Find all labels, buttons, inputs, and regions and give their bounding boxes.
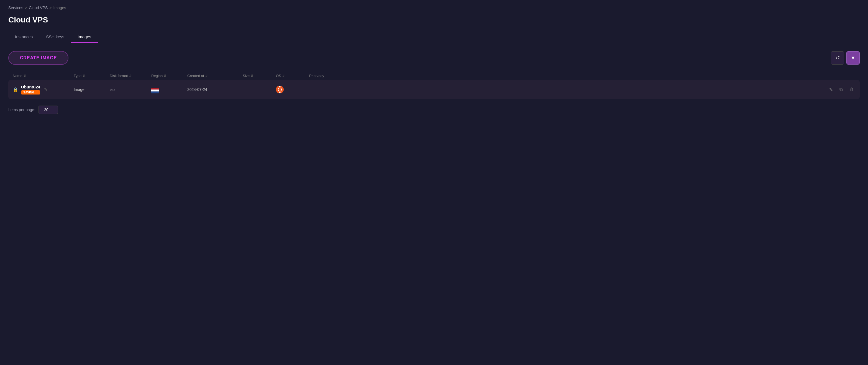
breadcrumb-sep-2: > <box>49 5 52 10</box>
breadcrumb-images: Images <box>54 5 66 10</box>
type-cell: Image <box>74 87 110 92</box>
items-per-page-label: Items per page: <box>8 108 35 112</box>
col-created-at[interactable]: Created at ⇵ <box>187 74 243 78</box>
flag-stripe-white <box>151 90 159 91</box>
sort-region-icon: ⇵ <box>164 74 166 78</box>
create-image-button[interactable]: CREATE IMAGE <box>8 51 68 65</box>
filter-icon: ▼ <box>850 55 856 61</box>
col-name[interactable]: Name ⇵ <box>13 74 74 78</box>
col-size[interactable]: Size ⇵ <box>243 74 276 78</box>
col-region-label: Region <box>151 74 163 78</box>
ubuntu-inner-ring <box>278 88 282 91</box>
ubuntu-os-icon <box>276 86 284 93</box>
breadcrumb-sep-1: > <box>25 5 27 10</box>
table-header: Name ⇵ Type ⇵ Disk format ⇵ Region ⇵ Cre… <box>8 71 860 80</box>
col-os[interactable]: OS ⇵ <box>276 74 309 78</box>
col-os-label: OS <box>276 74 281 78</box>
breadcrumb-services[interactable]: Services <box>8 5 23 10</box>
image-type: Image <box>74 87 85 92</box>
disk-format-cell: iso <box>110 87 151 92</box>
sort-name-icon: ⇵ <box>24 74 26 78</box>
pagination-area: Items per page: <box>8 105 860 114</box>
status-badge: SAVING <box>21 90 40 94</box>
name-content: Ubuntu24 SAVING <box>21 85 40 94</box>
col-price-day-label: Price/day <box>309 74 324 78</box>
col-type[interactable]: Type ⇵ <box>74 74 110 78</box>
image-name: Ubuntu24 <box>21 85 40 89</box>
items-per-page-input[interactable] <box>38 105 58 114</box>
region-flag-nl <box>151 88 159 93</box>
toolbar-actions: ↺ ▼ <box>831 51 860 65</box>
tab-ssh-keys[interactable]: SSH keys <box>39 31 71 43</box>
flag-stripe-red <box>151 88 159 90</box>
breadcrumb-cloudvps[interactable]: Cloud VPS <box>29 5 48 10</box>
tab-images[interactable]: Images <box>71 31 98 43</box>
filter-button[interactable]: ▼ <box>846 51 860 65</box>
name-cell: 🔒 Ubuntu24 SAVING ✎ <box>13 85 74 94</box>
flag-stripe-blue <box>151 91 159 93</box>
table-row: 🔒 Ubuntu24 SAVING ✎ Image iso 2024-07-24 <box>8 80 860 99</box>
col-price-day: Price/day <box>309 74 855 78</box>
tabs-nav: Instances SSH keys Images <box>8 31 860 43</box>
col-type-label: Type <box>74 74 82 78</box>
col-name-label: Name <box>13 74 23 78</box>
page-title: Cloud VPS <box>8 16 860 24</box>
created-at-cell: 2024-07-24 <box>187 87 243 92</box>
sort-created-icon: ⇵ <box>205 74 208 78</box>
sort-size-icon: ⇵ <box>251 74 253 78</box>
tab-instances[interactable]: Instances <box>8 31 39 43</box>
breadcrumb: Services > Cloud VPS > Images <box>8 5 860 10</box>
os-cell <box>276 86 309 93</box>
delete-action-icon[interactable]: 🗑 <box>847 85 855 94</box>
sort-type-icon: ⇵ <box>83 74 85 78</box>
inline-edit-icon[interactable]: ✎ <box>44 87 48 92</box>
refresh-icon: ↺ <box>836 55 840 61</box>
region-cell <box>151 86 187 93</box>
copy-action-icon[interactable]: ⧉ <box>838 85 844 94</box>
edit-action-icon[interactable]: ✎ <box>828 85 835 94</box>
sort-os-icon: ⇵ <box>282 74 285 78</box>
col-region[interactable]: Region ⇵ <box>151 74 187 78</box>
toolbar: CREATE IMAGE ↺ ▼ <box>8 51 860 65</box>
col-created-at-label: Created at <box>187 74 204 78</box>
col-disk-format-label: Disk format <box>110 74 128 78</box>
image-created-at: 2024-07-24 <box>187 87 207 92</box>
col-size-label: Size <box>243 74 250 78</box>
images-table: Name ⇵ Type ⇵ Disk format ⇵ Region ⇵ Cre… <box>8 71 860 99</box>
lock-icon: 🔒 <box>13 87 18 92</box>
image-disk-format: iso <box>110 87 115 92</box>
row-actions: ✎ ⧉ 🗑 <box>309 85 855 94</box>
sort-disk-icon: ⇵ <box>129 74 132 78</box>
refresh-button[interactable]: ↺ <box>831 51 844 65</box>
col-disk-format[interactable]: Disk format ⇵ <box>110 74 151 78</box>
